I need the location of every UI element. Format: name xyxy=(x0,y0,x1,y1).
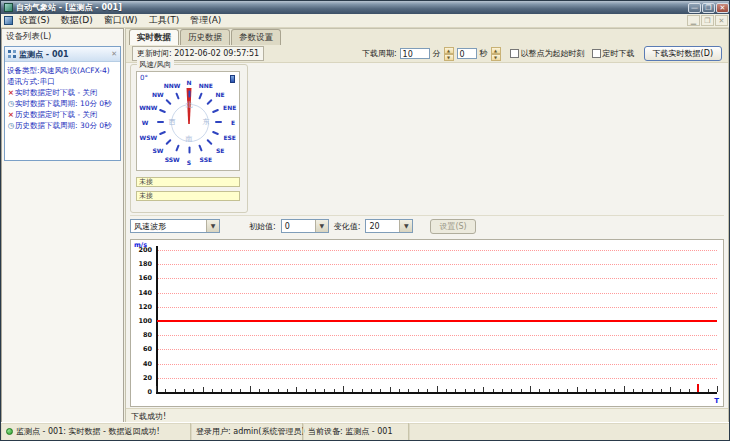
wind-direction-readout: 未接 xyxy=(136,191,240,201)
compass-direction-ESE: ESE xyxy=(223,134,236,141)
y-tick-label: 0 xyxy=(132,388,152,396)
device-info-line: ◷历史数据下载周期: 30分 0秒 xyxy=(7,120,118,131)
clock-icon: ◷ xyxy=(7,120,15,131)
x-tick xyxy=(418,389,419,392)
mdi-restore-button[interactable]: ❐ xyxy=(701,15,714,26)
x-tick xyxy=(296,387,297,392)
x-tick xyxy=(371,389,372,392)
y-axis xyxy=(156,246,158,392)
clock-icon: ◷ xyxy=(7,98,15,109)
x-tick xyxy=(165,389,166,392)
change-value-select[interactable]: 20 ▼ xyxy=(365,219,413,233)
initial-value-label: 初始值: xyxy=(249,221,276,232)
tab-历史数据[interactable]: 历史数据 xyxy=(180,29,230,45)
mdi-close-button[interactable]: ✕ xyxy=(715,15,728,26)
compass-direction-ENE: ENE xyxy=(223,103,236,110)
seconds-input[interactable]: 0 xyxy=(457,48,477,59)
settings-button[interactable]: 设置(S) xyxy=(430,219,475,234)
x-tick xyxy=(408,389,409,392)
x-tick xyxy=(633,389,634,392)
x-tick xyxy=(652,389,653,392)
x-tick xyxy=(203,387,204,392)
menu-item-0[interactable]: 设置(S) xyxy=(19,14,50,27)
minutes-stepper[interactable]: ▲▼ xyxy=(444,47,454,60)
y-tick-label: 80 xyxy=(132,331,152,339)
x-tick xyxy=(231,389,232,392)
x-tick xyxy=(614,389,615,392)
x-tick xyxy=(306,389,307,392)
mdi-minimize-button[interactable]: ▁ xyxy=(687,15,700,26)
toolbar: 更新时间: 2012-06-02 09:57:51 下载周期: 10 分 ▲▼ … xyxy=(126,45,728,63)
device-info-line: ◷实时数据下载周期: 10分 0秒 xyxy=(7,98,118,109)
current-device-text: 当前设备: 监测点 - 001 xyxy=(308,426,392,437)
y-tick-label: 60 xyxy=(132,345,152,353)
compass-direction-SE: SE xyxy=(216,147,224,154)
main-content: 实时数据历史数据参数设置 更新时间: 2012-06-02 09:57:51 下… xyxy=(125,28,729,423)
x-tick xyxy=(586,389,587,392)
compass-tick xyxy=(215,121,222,123)
status-ok-icon xyxy=(6,428,13,435)
x-tick xyxy=(474,389,475,392)
chart-controls-row: 风速波形 ▼ 初始值: 0 ▼ 变化值: 20 ▼ 设置(S) xyxy=(130,215,724,236)
device-list-header: 设备列表(L) xyxy=(2,29,123,45)
download-period-label: 下载周期: xyxy=(362,48,397,59)
chevron-down-icon[interactable]: ▼ xyxy=(315,220,328,232)
compass-direction-E: E xyxy=(231,119,235,126)
tab-参数设置[interactable]: 参数设置 xyxy=(231,29,281,45)
waveform-select[interactable]: 风速波形 ▼ xyxy=(130,219,220,233)
close-button[interactable]: ✕ xyxy=(716,3,729,13)
x-tick xyxy=(558,389,559,392)
window-title: 自动气象站 - [监测点 - 001] xyxy=(16,2,122,13)
x-tick xyxy=(324,389,325,392)
x-tick xyxy=(521,389,522,392)
wind-groupbox: 风速/风向 0° NNNENEENEEESESESSESSSWSWWSWWWNW… xyxy=(130,64,248,213)
tab-实时数据[interactable]: 实时数据 xyxy=(129,29,179,46)
seconds-stepper[interactable]: ▲▼ xyxy=(491,47,501,60)
download-realtime-button[interactable]: 下载实时数据(D) xyxy=(644,46,722,61)
x-tick xyxy=(455,389,456,392)
panel-close-icon[interactable]: ✕ xyxy=(111,50,117,58)
menu-item-4[interactable]: 管理(A) xyxy=(190,14,221,27)
x-tick xyxy=(221,389,222,392)
initial-value-select[interactable]: 0 ▼ xyxy=(281,219,329,233)
timed-download-checkbox[interactable]: 定时下载 xyxy=(592,48,635,59)
compass-direction-NNW: NNW xyxy=(164,82,181,89)
y-tick-label: 20 xyxy=(132,374,152,382)
x-tick xyxy=(642,389,643,392)
gridline-y-140 xyxy=(156,293,717,294)
x-tick xyxy=(483,387,484,392)
x-tick xyxy=(156,386,157,392)
restore-button[interactable]: ❐ xyxy=(702,3,715,13)
start-on-hour-checkbox[interactable]: 以整点为起始时刻 xyxy=(510,48,585,59)
mdi-child-icon xyxy=(4,16,13,25)
device-info-line: 设备类型:风速风向仪(ACFX-4) xyxy=(7,65,118,76)
checkbox-box[interactable] xyxy=(510,49,519,58)
checkbox-box[interactable] xyxy=(592,49,601,58)
wind-compass: 0° NNNENEENEEESESESSESSSWSWWSWWWNWNWNNW北… xyxy=(136,71,240,171)
x-tick xyxy=(362,389,363,392)
compass-cn-west: 西 xyxy=(169,117,176,127)
menu-item-3[interactable]: 工具(T) xyxy=(149,14,180,27)
minutes-input[interactable]: 10 xyxy=(400,48,430,59)
compass-direction-SSW: SSW xyxy=(165,155,180,162)
menu-item-1[interactable]: 数据(D) xyxy=(61,14,93,27)
wind-speed-readout: 未接 xyxy=(136,177,240,187)
x-tick xyxy=(287,389,288,392)
y-tick-label: 200 xyxy=(132,246,152,254)
x-tick xyxy=(595,389,596,392)
menu-item-2[interactable]: 窗口(W) xyxy=(104,14,138,27)
device-panel[interactable]: 监测点 - 001 ✕ 设备类型:风速风向仪(ACFX-4)通讯方式:串口×实时… xyxy=(4,46,121,161)
chevron-down-icon[interactable]: ▼ xyxy=(206,220,219,232)
x-tick xyxy=(334,389,335,392)
gridline-y-60 xyxy=(156,349,717,350)
x-tick xyxy=(465,389,466,392)
x-tick xyxy=(390,387,391,392)
gridline-y-200 xyxy=(156,250,717,251)
x-tick xyxy=(708,389,709,392)
chevron-down-icon[interactable]: ▼ xyxy=(399,220,412,232)
series-风速波形 xyxy=(157,320,717,322)
compass-direction-W: W xyxy=(142,119,149,126)
minimize-button[interactable]: — xyxy=(688,3,701,13)
x-tick xyxy=(175,389,176,392)
wind-group-title: 风速/风向 xyxy=(137,60,174,70)
